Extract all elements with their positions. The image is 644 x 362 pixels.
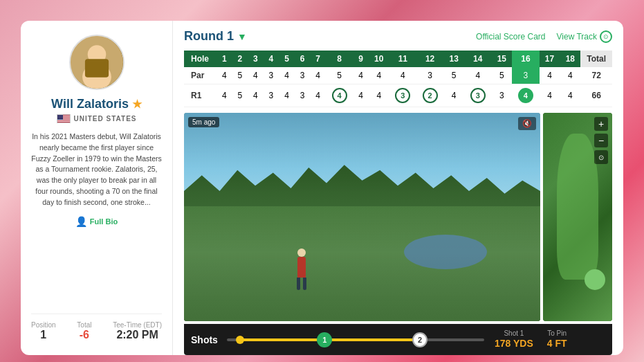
- video-section: 5m ago 🔇 + − ⊙: [184, 113, 612, 321]
- to-pin-info: To Pin 4 FT: [547, 329, 567, 350]
- r1-4: 3: [264, 84, 279, 107]
- player-bio: In his 2021 Masters debut, Will Zalatori…: [31, 132, 162, 208]
- stats-row: Position 1 Total -6 Tee-Time (EDT) 2:20 …: [31, 314, 162, 341]
- r1-9: 4: [353, 84, 369, 107]
- par-8: 5: [326, 67, 353, 84]
- col-6: 6: [295, 51, 311, 67]
- par-2: 5: [232, 67, 248, 84]
- par-total: 72: [580, 67, 612, 84]
- tee-time-stat: Tee-Time (EDT) 2:20 PM: [113, 321, 162, 341]
- time-ago-badge: 5m ago: [188, 117, 219, 127]
- col-18: 18: [560, 51, 580, 67]
- position-label: Position: [31, 321, 56, 329]
- shot-start-dot: [236, 336, 244, 344]
- col-5: 5: [279, 51, 295, 67]
- to-pin-value: 4 FT: [547, 338, 567, 349]
- hole-col-header: Hole: [184, 51, 217, 67]
- col-3: 3: [248, 51, 264, 67]
- header-row: Round 1 ▼ Official Score Card View Track…: [184, 29, 612, 44]
- round-label: Round 1: [184, 29, 234, 44]
- shots-bar: Shots 1 2 Shot 1 178 YDS: [184, 324, 612, 355]
- official-scorecard-link[interactable]: Official Score Card: [476, 32, 545, 42]
- shot-marker-1-label: 1: [322, 336, 326, 344]
- us-flag-icon: [57, 114, 71, 123]
- r1-2: 5: [232, 84, 248, 107]
- position-stat: Position 1: [31, 321, 56, 341]
- shot1-info: Shot 1 178 YDS: [495, 329, 533, 350]
- zoom-out-button[interactable]: −: [594, 134, 608, 147]
- par-7: 4: [310, 67, 326, 84]
- par-16: 3: [512, 67, 539, 84]
- r1-row-label: R1: [184, 84, 217, 107]
- col-12: 12: [416, 51, 443, 67]
- col-14: 14: [464, 51, 491, 67]
- par-14: 4: [464, 67, 491, 84]
- r1-1: 4: [217, 84, 232, 107]
- col-13: 13: [443, 51, 464, 67]
- main-video[interactable]: 5m ago 🔇: [184, 113, 540, 321]
- dropdown-arrow-icon: ▼: [237, 31, 247, 42]
- par-11: 4: [389, 67, 416, 84]
- main-card: Will Zalatoris ★ UNITED STATES In his 20…: [21, 21, 623, 355]
- r1-11: 3: [389, 84, 416, 107]
- par-5: 4: [279, 67, 295, 84]
- full-bio-label: Full Bio: [90, 217, 118, 226]
- r1-14: 3: [464, 84, 491, 107]
- col-9: 9: [353, 51, 369, 67]
- shot-info-panel: Shot 1 178 YDS To Pin 4 FT: [495, 329, 605, 350]
- col-8: 8: [326, 51, 353, 67]
- par-10: 4: [369, 67, 389, 84]
- shot-marker-2[interactable]: 2: [412, 332, 427, 347]
- shot-marker-2-label: 2: [418, 336, 422, 344]
- r1-6: 3: [295, 84, 311, 107]
- scorecard-header-row: Hole 1 2 3 4 5 6 7 8 9 10 11 12 13: [184, 51, 612, 67]
- map-fairway: [557, 134, 598, 280]
- par-3: 4: [248, 67, 264, 84]
- tee-time-value: 2:20 PM: [113, 329, 162, 341]
- score-circle-12: 2: [423, 88, 438, 103]
- view-track-link[interactable]: View Track ⊙: [557, 30, 612, 43]
- star-icon: ★: [132, 98, 142, 110]
- map-green: [585, 269, 605, 290]
- zoom-in-button[interactable]: +: [594, 117, 608, 131]
- avatar: [69, 35, 125, 90]
- r1-total: 66: [580, 84, 612, 107]
- col-total: Total: [580, 51, 612, 67]
- course-map-thumbnail[interactable]: + − ⊙: [543, 113, 612, 321]
- total-label: Total: [77, 321, 91, 329]
- score-circle-14: 3: [470, 88, 486, 103]
- shot-marker-1[interactable]: 1: [317, 332, 332, 347]
- scorecard-container: Hole 1 2 3 4 5 6 7 8 9 10 11 12 13: [184, 51, 612, 107]
- header-links: Official Score Card View Track ⊙: [476, 30, 612, 43]
- r1-3: 4: [248, 84, 264, 107]
- par-12: 3: [416, 67, 443, 84]
- col-1: 1: [217, 51, 232, 67]
- col-4: 4: [264, 51, 279, 67]
- r1-10: 4: [369, 84, 389, 107]
- country-row: UNITED STATES: [57, 114, 137, 123]
- svg-rect-3: [84, 59, 108, 78]
- shots-label: Shots: [191, 334, 219, 345]
- mute-button[interactable]: 🔇: [518, 117, 536, 130]
- compass-icon: ⊙: [600, 30, 612, 43]
- par-17: 4: [540, 67, 560, 84]
- round-selector[interactable]: Round 1 ▼: [184, 29, 247, 44]
- full-bio-link[interactable]: 👤 Full Bio: [75, 216, 118, 227]
- r1-17: 4: [540, 84, 560, 107]
- r1-5: 4: [279, 84, 295, 107]
- par-6: 3: [295, 67, 311, 84]
- col-11: 11: [389, 51, 416, 67]
- par-15: 5: [491, 67, 512, 84]
- tee-time-label: Tee-Time (EDT): [113, 321, 162, 329]
- r1-16: 4: [512, 84, 539, 107]
- country-label: UNITED STATES: [74, 115, 137, 123]
- col-15: 15: [491, 51, 512, 67]
- aim-button[interactable]: ⊙: [594, 150, 608, 164]
- view-track-label: View Track: [557, 32, 597, 42]
- col-17: 17: [540, 51, 560, 67]
- total-stat: Total -6: [77, 321, 91, 341]
- scorecard-table: Hole 1 2 3 4 5 6 7 8 9 10 11 12 13: [184, 51, 612, 107]
- person-icon: 👤: [75, 216, 87, 227]
- par-row-label: Par: [184, 67, 217, 84]
- par-18: 4: [560, 67, 580, 84]
